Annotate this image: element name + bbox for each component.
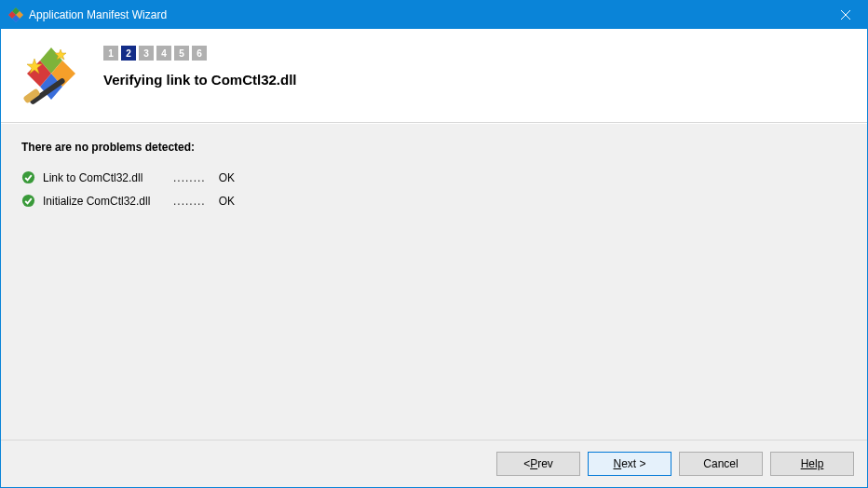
page-title: Verifying link to ComCtl32.dll <box>103 72 297 88</box>
status-row: Initialize ComCtl32.dll........OK <box>21 194 847 208</box>
status-row: Link to ComCtl32.dll........OK <box>21 170 847 184</box>
step-6: 6 <box>192 46 207 61</box>
wizard-header: 123456 Verifying link to ComCtl32.dll <box>1 29 867 123</box>
next-button[interactable]: Next > <box>588 452 671 476</box>
step-1: 1 <box>103 46 118 61</box>
status-value: OK <box>219 171 235 184</box>
check-icon <box>21 170 35 184</box>
status-value: OK <box>219 195 235 208</box>
step-3: 3 <box>139 46 154 61</box>
svg-point-16 <box>22 195 34 207</box>
check-icon <box>21 194 35 208</box>
close-icon <box>841 10 850 20</box>
close-button[interactable] <box>824 1 867 29</box>
prev-button[interactable]: < Prev <box>496 452 580 476</box>
help-button[interactable]: Help <box>770 452 854 476</box>
status-dots: ........ <box>173 195 206 208</box>
svg-point-15 <box>22 171 34 183</box>
content-area: There are no problems detected: Link to … <box>1 123 867 440</box>
wizard-window: Application Manifest Wizard 123456 Ver <box>0 0 868 488</box>
status-list: Link to ComCtl32.dll........OKInitialize… <box>21 170 847 208</box>
step-2: 2 <box>121 46 136 61</box>
wizard-icon <box>21 46 81 105</box>
step-4: 4 <box>156 46 171 61</box>
step-indicator: 123456 <box>103 46 297 61</box>
status-label: Link to ComCtl32.dll <box>43 171 166 184</box>
status-heading: There are no problems detected: <box>21 141 847 154</box>
header-content: 123456 Verifying link to ComCtl32.dll <box>103 46 297 88</box>
window-title: Application Manifest Wizard <box>23 8 824 21</box>
status-dots: ........ <box>173 171 206 184</box>
app-icon <box>8 7 23 22</box>
titlebar: Application Manifest Wizard <box>1 1 867 29</box>
status-label: Initialize ComCtl32.dll <box>43 195 166 208</box>
cancel-button[interactable]: Cancel <box>679 452 763 476</box>
step-5: 5 <box>174 46 189 61</box>
wizard-footer: < Prev Next > Cancel Help <box>1 440 867 487</box>
